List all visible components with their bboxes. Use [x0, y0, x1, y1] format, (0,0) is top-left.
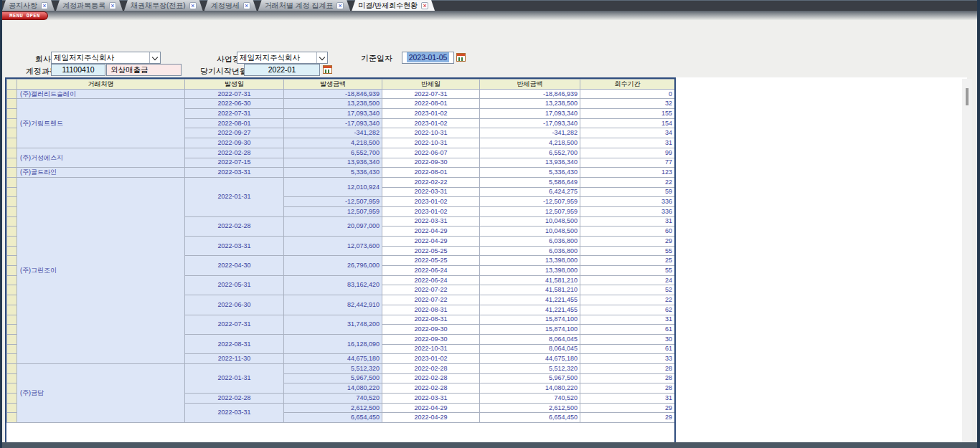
cell-collection-days[interactable]: 28	[580, 363, 675, 373]
row-selector[interactable]	[7, 285, 17, 295]
cell-collection-days[interactable]: 336	[580, 206, 675, 216]
cell-settle-amount[interactable]: 41,581,210	[480, 285, 580, 295]
period-input[interactable]: 2022-01	[244, 64, 320, 76]
cell-settle-date[interactable]: 2022-09-30	[382, 334, 480, 344]
cell-collection-days[interactable]: 77	[580, 158, 675, 168]
cell-settle-amount[interactable]: 41,581,210	[480, 275, 580, 285]
row-selector[interactable]	[7, 403, 17, 413]
cell-customer-name[interactable]: (주)금담	[17, 363, 185, 422]
cell-collection-days[interactable]: 61	[580, 325, 675, 335]
cell-settle-date[interactable]: 2022-08-31	[382, 305, 480, 315]
tab-4[interactable]: 계정명세×	[204, 0, 257, 11]
cell-occur-date[interactable]: 2022-08-01	[185, 118, 284, 128]
row-selector[interactable]	[7, 118, 17, 128]
cell-occur-date[interactable]: 2022-06-30	[185, 295, 284, 315]
cell-customer-name[interactable]: (주)갤러리드슬레이	[17, 89, 185, 99]
row-selector[interactable]	[7, 266, 17, 276]
cell-occur-amount[interactable]: 13,238,500	[284, 99, 382, 109]
cell-collection-days[interactable]: 31	[580, 394, 675, 404]
cell-occur-date[interactable]: 2022-02-28	[185, 394, 284, 404]
cell-collection-days[interactable]: 28	[580, 373, 675, 383]
cell-collection-days[interactable]: 123	[580, 168, 675, 178]
cell-settle-amount[interactable]: 5,512,320	[480, 363, 580, 373]
tab-6[interactable]: 미결/반제회수현황×	[352, 0, 435, 11]
row-selector[interactable]	[7, 295, 17, 305]
cell-settle-amount[interactable]: 13,398,000	[480, 266, 580, 276]
cell-occur-amount[interactable]: 5,512,320	[284, 363, 382, 373]
cell-collection-days[interactable]: 62	[580, 305, 675, 315]
row-selector[interactable]	[7, 197, 17, 207]
cell-occur-amount[interactable]: -17,093,340	[284, 118, 382, 128]
cell-settle-amount[interactable]: 41,221,455	[480, 305, 580, 315]
cell-occur-date[interactable]: 2022-05-31	[185, 275, 284, 295]
cell-collection-days[interactable]: 31	[580, 138, 675, 148]
cell-settle-amount[interactable]: 6,654,450	[480, 413, 580, 423]
tab-3[interactable]: 채권채무장(전표)×	[124, 0, 203, 11]
row-selector[interactable]	[7, 206, 17, 216]
cell-settle-amount[interactable]: -17,093,340	[480, 118, 580, 128]
cell-occur-date[interactable]: 2022-07-31	[185, 109, 284, 119]
cell-settle-date[interactable]: 2022-04-29	[382, 237, 480, 247]
cell-occur-date[interactable]: 2022-09-30	[185, 138, 284, 148]
cell-collection-days[interactable]: 34	[580, 128, 675, 138]
cell-collection-days[interactable]: 0	[580, 89, 675, 99]
cell-occur-date[interactable]: 2022-11-30	[185, 354, 284, 364]
row-selector[interactable]	[7, 237, 17, 247]
cell-occur-amount[interactable]: -12,507,959	[284, 197, 382, 207]
cell-occur-amount[interactable]: 5,967,500	[284, 373, 382, 383]
cell-customer-name[interactable]: (주)거성에스지	[17, 148, 185, 167]
base-date-input[interactable]: 2023-01-05	[402, 52, 454, 64]
cell-collection-days[interactable]: 31	[580, 315, 675, 325]
cell-occur-amount[interactable]: 2,612,500	[284, 403, 382, 413]
row-selector[interactable]	[7, 246, 17, 256]
cell-customer-name[interactable]: (주)거림트렌드	[17, 99, 185, 148]
cell-settle-date[interactable]: 2022-07-31	[382, 89, 480, 99]
cell-settle-date[interactable]: 2022-09-30	[382, 158, 480, 168]
cell-occur-amount[interactable]: 5,336,430	[284, 168, 382, 178]
chevron-down-icon[interactable]	[149, 52, 160, 63]
cell-settle-date[interactable]: 2022-07-22	[382, 295, 480, 305]
cell-occur-amount[interactable]: 82,442,910	[284, 295, 382, 315]
cell-occur-date[interactable]: 2022-08-31	[185, 334, 284, 353]
cell-customer-name[interactable]: (주)골드라인	[17, 168, 185, 178]
cell-occur-date[interactable]: 2022-01-31	[185, 363, 284, 393]
row-selector[interactable]	[7, 168, 17, 178]
cell-settle-date[interactable]: 2022-10-31	[382, 138, 480, 148]
row-selector[interactable]	[7, 256, 17, 266]
site-select[interactable]: 제일저지주식회사	[237, 52, 328, 64]
cell-settle-date[interactable]: 2022-03-31	[382, 394, 480, 404]
cell-settle-date[interactable]: 2022-06-24	[382, 266, 480, 276]
cell-settle-amount[interactable]: 4,218,500	[480, 138, 580, 148]
cell-customer-name[interactable]: (주)그린조이	[17, 177, 185, 363]
cell-occur-amount[interactable]: 17,093,340	[284, 109, 382, 119]
cell-settle-date[interactable]: 2022-06-24	[382, 275, 480, 285]
cell-settle-date[interactable]: 2022-08-01	[382, 99, 480, 109]
cell-collection-days[interactable]: 29	[580, 413, 675, 423]
close-icon[interactable]: ×	[189, 2, 197, 9]
cell-settle-amount[interactable]: 13,398,000	[480, 256, 580, 266]
row-selector[interactable]	[7, 383, 17, 394]
cell-settle-date[interactable]: 2022-05-25	[382, 256, 480, 266]
cell-occur-date[interactable]: 2022-03-31	[185, 168, 284, 178]
cell-settle-amount[interactable]: -12,507,959	[480, 197, 580, 207]
cell-collection-days[interactable]: 30	[580, 334, 675, 344]
cell-collection-days[interactable]: 61	[580, 344, 675, 354]
cell-occur-date[interactable]: 2022-07-31	[185, 89, 284, 99]
calendar-icon[interactable]	[456, 53, 466, 62]
cell-occur-amount[interactable]: 31,748,200	[284, 315, 382, 334]
cell-settle-date[interactable]: 2022-04-29	[382, 403, 480, 413]
company-select[interactable]: 제일저지주식회사	[51, 52, 161, 64]
row-selector[interactable]	[7, 89, 17, 99]
cell-occur-date[interactable]: 2022-01-31	[185, 177, 284, 216]
cell-collection-days[interactable]: 22	[580, 295, 675, 305]
cell-settle-amount[interactable]: 15,874,100	[480, 315, 580, 325]
cell-settle-date[interactable]: 2022-02-28	[382, 363, 480, 373]
cell-settle-date[interactable]: 2022-07-22	[382, 285, 480, 295]
cell-collection-days[interactable]: 155	[580, 109, 675, 119]
cell-settle-date[interactable]: 2023-01-02	[382, 118, 480, 128]
cell-occur-amount[interactable]: 83,162,420	[284, 275, 382, 295]
vertical-scrollbar[interactable]	[962, 79, 972, 448]
cell-occur-amount[interactable]: 12,073,600	[284, 237, 382, 256]
cell-settle-amount[interactable]: 17,093,340	[480, 109, 580, 119]
row-selector[interactable]	[7, 325, 17, 335]
